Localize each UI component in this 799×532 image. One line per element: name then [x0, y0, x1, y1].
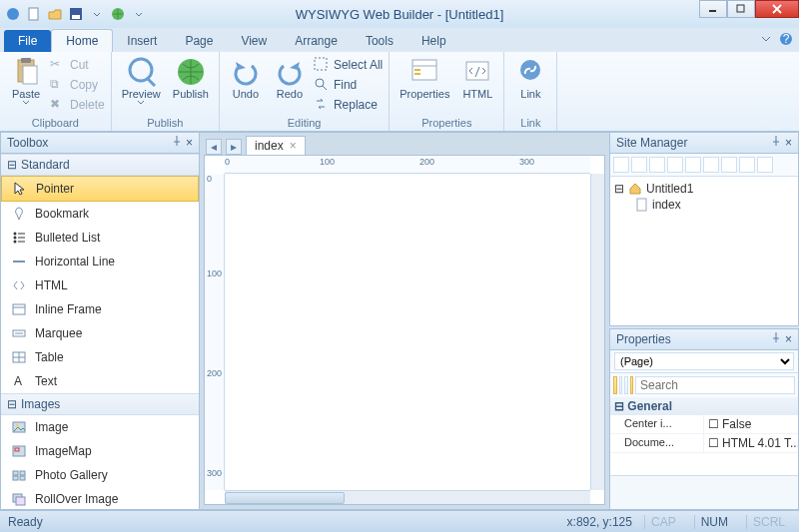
toolbox-item-inline-frame[interactable]: Inline Frame [1, 297, 199, 321]
properties-button[interactable]: Properties [396, 54, 453, 102]
site-delete-btn[interactable] [721, 157, 737, 173]
site-copy-btn[interactable] [703, 157, 719, 173]
toolbox-item-table[interactable]: Table [1, 345, 199, 369]
toolbox-item-text[interactable]: AText [1, 369, 199, 393]
tab-help[interactable]: Help [407, 30, 460, 52]
new-icon[interactable] [25, 5, 43, 23]
tab-home[interactable]: Home [51, 29, 113, 52]
text-icon: A [11, 373, 27, 389]
site-new-folder-btn[interactable] [631, 157, 647, 173]
toolbox-group-images[interactable]: ⊟Images [1, 393, 199, 415]
minimize-button[interactable] [699, 0, 727, 18]
minus-icon: ⊟ [614, 182, 624, 196]
cut-button[interactable]: ✂Cut [50, 56, 105, 74]
wwb-icon[interactable] [4, 5, 22, 23]
paste-icon [10, 56, 42, 88]
tab-tools[interactable]: Tools [352, 30, 407, 52]
paste-button[interactable]: Paste [6, 54, 46, 108]
copy-button[interactable]: ⧉Copy [50, 76, 105, 94]
toolbox-item-photo-gallery[interactable]: Photo Gallery [1, 463, 199, 487]
minus-icon: ⊟ [614, 399, 627, 413]
toolbox-item-horizontal-line[interactable]: Horizontal Line [1, 250, 199, 273]
editor-area: ◂ ▸ index × 0 100 200 300 400 0 100 200 … [200, 132, 609, 510]
find-icon [314, 77, 330, 93]
toolbox-item-marquee[interactable]: Marquee [1, 321, 199, 345]
tab-insert[interactable]: Insert [113, 30, 171, 52]
toolbox-item-bulleted-list[interactable]: Bulleted List [1, 226, 199, 250]
alphabetical-btn[interactable] [619, 376, 623, 394]
undo-button[interactable]: Undo [226, 54, 266, 102]
property-search-input[interactable] [635, 376, 795, 394]
toolbox-item-rollover-image[interactable]: RollOver Image [1, 487, 199, 509]
document-tab-index[interactable]: index × [246, 136, 306, 155]
list-icon [11, 230, 27, 246]
tab-arrange[interactable]: Arrange [281, 30, 352, 52]
select-all-icon [314, 57, 330, 73]
pin-icon[interactable] [771, 136, 781, 150]
horizontal-scrollbar[interactable] [225, 490, 590, 504]
tab-scroll-left[interactable]: ◂ [206, 139, 222, 155]
publish-button[interactable]: Publish [169, 54, 213, 102]
replace-button[interactable]: Replace [314, 96, 383, 114]
toolbox-item-imagemap[interactable]: ImageMap [1, 439, 199, 463]
prop-group-general[interactable]: ⊟ General [610, 397, 798, 415]
prop-row-center[interactable]: Center i... ☐False [610, 415, 798, 434]
delete-button[interactable]: ✖Delete [50, 96, 105, 114]
close-icon[interactable]: × [186, 136, 193, 150]
toolbox-item-image[interactable]: Image [1, 415, 199, 439]
pin-icon[interactable] [172, 136, 182, 150]
toolbox-group-standard[interactable]: ⊟Standard [1, 154, 199, 176]
find-button[interactable]: Find [314, 76, 383, 94]
select-all-button[interactable]: Select All [314, 56, 383, 74]
chevron-down-icon [22, 100, 30, 106]
toolbox-item-html[interactable]: HTML [1, 273, 199, 297]
site-up-btn[interactable] [739, 157, 755, 173]
tab-scroll-right[interactable]: ▸ [226, 139, 242, 155]
html-button[interactable]: HTML [457, 54, 497, 102]
prop-row-doctype[interactable]: Docume... ☐HTML 4.01 T... [610, 434, 798, 453]
redo-button[interactable]: Redo [270, 54, 310, 102]
site-clone-btn[interactable] [667, 157, 683, 173]
tab-page[interactable]: Page [171, 30, 227, 52]
tree-root[interactable]: ⊟ Untitled1 [614, 181, 794, 197]
publish-qat-icon[interactable] [109, 5, 127, 23]
design-canvas[interactable] [225, 174, 590, 490]
svg-rect-42 [13, 471, 18, 475]
save-icon[interactable] [67, 5, 85, 23]
open-icon[interactable] [46, 5, 64, 23]
checkbox-icon[interactable]: ☐ [708, 417, 719, 431]
categorized-btn[interactable] [613, 376, 617, 394]
close-icon[interactable]: × [785, 136, 792, 150]
prop-pages-btn[interactable] [624, 376, 628, 394]
status-bar: Ready x:892, y:125 CAP NUM SCRL [0, 510, 799, 532]
property-object-select[interactable]: (Page) [614, 352, 794, 370]
help-icon[interactable]: ? [779, 32, 793, 46]
toolbox-item-pointer[interactable]: Pointer [1, 176, 199, 202]
tab-close-icon[interactable]: × [290, 139, 297, 153]
close-icon[interactable]: × [785, 332, 792, 346]
vertical-scrollbar[interactable] [590, 174, 604, 490]
ribbon-min-icon[interactable] [759, 32, 773, 46]
tab-view[interactable]: View [227, 30, 281, 52]
save-dropdown-icon[interactable] [88, 5, 106, 23]
close-button[interactable] [755, 0, 799, 18]
site-edit-btn[interactable] [649, 157, 665, 173]
svg-rect-1 [29, 8, 38, 20]
qat-dropdown-icon[interactable] [130, 5, 148, 23]
pin-icon[interactable] [771, 332, 781, 346]
ribbon-group-editing: Undo Redo Select All Find Replace Editin… [220, 52, 390, 131]
file-tab[interactable]: File [4, 30, 51, 52]
link-button[interactable]: Link [510, 54, 550, 102]
site-new-btn[interactable] [613, 157, 629, 173]
toolbox-item-bookmark[interactable]: Bookmark [1, 202, 199, 226]
site-props-btn[interactable] [685, 157, 701, 173]
preview-button[interactable]: Preview [118, 54, 165, 108]
maximize-button[interactable] [727, 0, 755, 18]
ribbon-group-properties: Properties HTML Properties [390, 52, 504, 131]
scroll-thumb[interactable] [225, 492, 345, 504]
checkbox-icon[interactable]: ☐ [708, 436, 719, 450]
ribbon-group-link: Link Link [504, 52, 557, 131]
site-down-btn[interactable] [757, 157, 773, 173]
events-btn[interactable] [630, 376, 634, 394]
tree-page-index[interactable]: index [614, 197, 794, 213]
